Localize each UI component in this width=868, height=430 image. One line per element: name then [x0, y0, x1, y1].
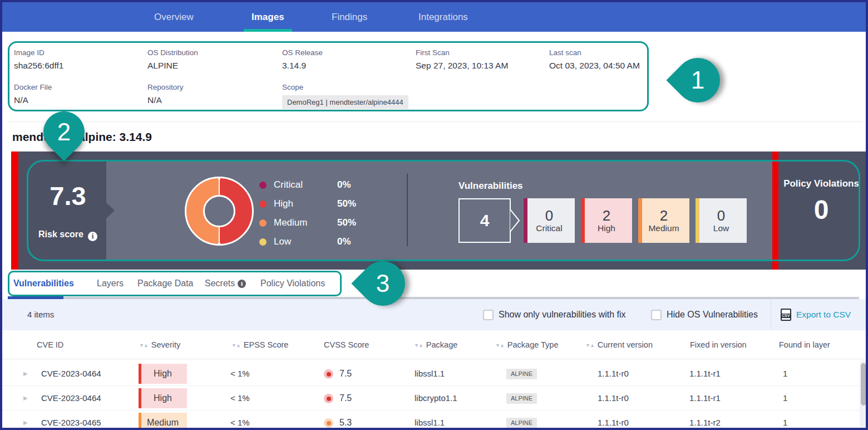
csv-file-icon: CSV	[781, 309, 791, 321]
field-docker-file: Docker File N/A	[14, 83, 52, 105]
export-to-csv-button[interactable]: Export to CSV	[796, 299, 851, 330]
tab-layers[interactable]: Layers	[97, 271, 124, 296]
cell-fixed-in-version: 1.1.1t-r1	[689, 386, 721, 411]
legend-percent: 0%	[337, 236, 351, 247]
sort-icon[interactable]	[495, 343, 504, 348]
field-repository: Repository N/A	[147, 83, 184, 105]
legend-row-medium: Medium 50%	[259, 213, 365, 232]
info-icon[interactable]	[88, 232, 97, 241]
column-header-fixed-in-version: Fixed in version	[690, 330, 747, 359]
sort-icon[interactable]	[585, 343, 594, 348]
container-scan-screen: Overview Images Findings Integrations Im…	[0, 0, 868, 430]
nav-tab-integrations[interactable]: Integrations	[418, 2, 468, 32]
cell-cve-id: CVE-2023-0464	[41, 361, 101, 386]
field-label: Scope	[282, 83, 408, 91]
field-label: Docker File	[14, 83, 52, 91]
items-count: 4 items	[27, 299, 54, 330]
field-label: OS Distribution	[147, 48, 198, 57]
column-header-cve-id: CVE ID	[37, 330, 63, 359]
severity-badge: High	[139, 388, 187, 408]
sort-icon[interactable]	[231, 343, 240, 348]
field-value: 3.14.9	[282, 61, 323, 71]
cell-fixed-in-version: 1.1.1t-r1	[689, 361, 721, 386]
cell-fixed-in-version: 1.1.1t-r2	[689, 411, 721, 430]
cell-package-type: ALPINE	[506, 386, 537, 411]
csv-icon-text: CSV	[781, 314, 791, 318]
tab-policy-violations[interactable]: Policy Violations	[260, 271, 325, 296]
policy-violations-count: 0	[779, 194, 864, 225]
column-header-label: Package	[426, 340, 457, 349]
risk-score-label-text: Risk score	[38, 229, 83, 239]
nav-tab-findings[interactable]: Findings	[332, 2, 367, 32]
sort-icon[interactable]	[414, 343, 423, 348]
critical-count: 0	[545, 208, 553, 224]
cell-epss-score: < 1%	[230, 386, 250, 411]
row-expand-icon[interactable]	[23, 411, 28, 430]
field-image-id: Image ID sha256:6dff1	[14, 48, 63, 71]
column-header-package-type[interactable]: Package Type	[495, 330, 558, 360]
row-expand-icon[interactable]	[23, 386, 28, 411]
legend-label: Critical	[274, 179, 303, 190]
field-os-distribution: OS Distribution ALPINE	[147, 48, 198, 71]
cell-current-version: 1.1.1t-r0	[598, 411, 629, 430]
callout-3-balloon: 3	[351, 252, 414, 315]
medium-dot-icon	[259, 219, 267, 227]
table-row[interactable]: CVE-2023-0465 Medium < 1% 5.3 libssl1.1 …	[2, 411, 866, 430]
column-header-label: EPSS Score	[244, 340, 289, 349]
field-label: First Scan	[416, 48, 508, 57]
column-header-epss-score[interactable]: EPSS Score	[231, 330, 288, 360]
policy-violations-title: Policy Violations	[779, 178, 864, 189]
column-header-package[interactable]: Package	[414, 330, 457, 360]
legend-row-critical: Critical 0%	[259, 175, 365, 194]
low-label: Low	[713, 223, 729, 233]
critical-dot-icon	[259, 182, 267, 189]
field-value: N/A	[147, 95, 184, 105]
tab-secrets[interactable]: Secrets	[205, 271, 246, 296]
low-dot-icon	[259, 238, 267, 246]
cell-package: libssl1.1	[415, 411, 445, 430]
critical-label: Critical	[536, 223, 562, 233]
column-header-current-version[interactable]: Current version	[585, 330, 653, 360]
secrets-info-icon[interactable]	[238, 280, 246, 288]
low-stripe	[696, 198, 699, 243]
table-scrollbar[interactable]	[860, 360, 867, 428]
count-box-chevron-icon	[510, 208, 521, 233]
severity-card-high: 2 High	[581, 198, 632, 243]
show-only-fix-checkbox[interactable]	[483, 310, 494, 320]
nav-tab-overview[interactable]: Overview	[154, 2, 194, 32]
critical-stripe	[524, 198, 527, 243]
cell-found-in-layer: 1	[783, 411, 787, 430]
scrollbar-thumb[interactable]	[861, 363, 866, 405]
row-expand-icon[interactable]	[23, 361, 28, 386]
legend-percent: 50%	[337, 198, 356, 209]
column-header-severity[interactable]: Severity	[139, 330, 180, 360]
high-dot-icon	[259, 201, 267, 208]
vulnerabilities-title: Vulnerabilities	[458, 180, 523, 192]
table-row[interactable]: CVE-2023-0464 High < 1% 7.5 libcrypto1.1…	[2, 386, 866, 411]
cvss-severity-dot-icon	[324, 418, 333, 428]
table-row[interactable]: CVE-2023-0464 High < 1% 7.5 libssl1.1 AL…	[2, 361, 866, 386]
field-last-scan: Last scan Oct 03, 2023, 04:50 AM	[549, 48, 640, 71]
cell-cvss-score: 5.3	[339, 411, 352, 430]
tab-package-data[interactable]: Package Data	[137, 271, 194, 296]
cell-package: libssl1.1	[415, 361, 445, 386]
cell-package-type: ALPINE	[506, 411, 537, 430]
filter-divider	[771, 299, 771, 330]
cell-package-type: ALPINE	[506, 361, 537, 386]
sort-icon[interactable]	[139, 343, 148, 348]
field-label: Repository	[147, 83, 184, 91]
cell-package: libcrypto1.1	[415, 386, 457, 411]
column-header-cvss-score: CVSS Score	[324, 330, 369, 359]
hide-os-vulnerabilities-checkbox[interactable]	[651, 310, 662, 320]
field-label: OS Release	[282, 48, 323, 57]
nav-tab-images[interactable]: Images	[251, 2, 284, 32]
high-label: High	[598, 223, 615, 233]
field-value: Sep 27, 2023, 10:13 AM	[416, 61, 508, 71]
tab-vulnerabilities[interactable]: Vulnerabilities	[13, 271, 74, 296]
callout-1-balloon: 1	[666, 48, 729, 111]
high-stripe	[581, 198, 585, 243]
cell-current-version: 1.1.1t-r0	[598, 361, 629, 386]
severity-donut-chart	[185, 177, 254, 246]
cell-cve-id: CVE-2023-0465	[41, 411, 101, 430]
cvss-severity-dot-icon	[324, 394, 333, 403]
